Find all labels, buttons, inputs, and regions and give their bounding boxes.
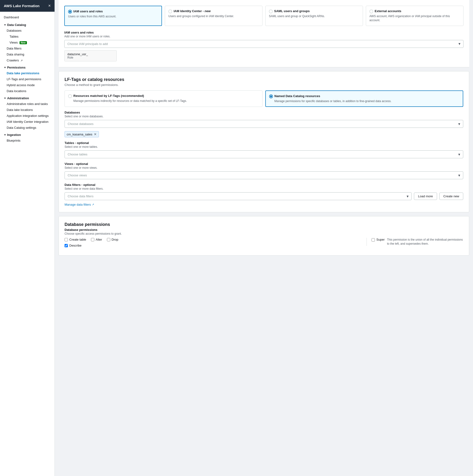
principal-saml-desc: SAML users and group or QuickSight ARNs.: [269, 14, 359, 18]
checkbox-describe-input[interactable]: [65, 244, 68, 247]
checkbox-create-table-input[interactable]: [65, 238, 68, 241]
sidebar-item-views[interactable]: Views New: [0, 39, 55, 46]
databases-sublabel: Select one or more databases.: [65, 115, 463, 118]
principal-iam-users-roles-title: IAM users and roles: [73, 10, 103, 13]
sidebar-item-iam-identity-center[interactable]: IAM Identity Center integration: [0, 119, 55, 125]
sidebar-item-tables[interactable]: Tables: [0, 34, 55, 39]
checkbox-describe-label: Describe: [69, 244, 81, 247]
principal-type-grid: IAM users and roles Users or roles from …: [64, 6, 463, 26]
checkbox-alter[interactable]: Alter: [91, 238, 102, 241]
sidebar-item-blueprints[interactable]: Blueprints: [0, 137, 55, 143]
sidebar-header: AWS Lake Formation ×: [0, 0, 55, 12]
lf-tags-section-subtitle: Choose a method to grant permissions.: [65, 83, 463, 87]
checkbox-drop-input[interactable]: [107, 238, 110, 241]
tables-sublabel: Select one or more tables.: [65, 145, 463, 149]
views-label: Views - optional: [65, 162, 463, 166]
sidebar: AWS Lake Formation × Dashboard ▼ Data Ca…: [0, 0, 55, 476]
checkbox-drop-label: Drop: [112, 238, 118, 241]
data-filters-select[interactable]: Choose data filters: [65, 192, 412, 200]
checkbox-super-input[interactable]: [372, 238, 375, 241]
checkbox-super[interactable]: Super: [372, 238, 385, 241]
lf-option-resources-matched[interactable]: Resources matched by LF-Tags (recommende…: [65, 90, 262, 107]
sidebar-section-permissions[interactable]: ▼ Permissions: [0, 63, 55, 70]
principal-option-external-accounts[interactable]: External accounts AWS account, AWS organ…: [366, 6, 463, 26]
external-link-icon: ↗: [20, 59, 23, 62]
radio-saml[interactable]: [269, 10, 273, 13]
databases-label: Databases: [65, 111, 463, 114]
sidebar-item-data-filters[interactable]: Data filters: [0, 46, 55, 51]
sidebar-item-hybrid-access-mode[interactable]: Hybrid access mode: [0, 82, 55, 88]
principal-saml-title: SAML users and groups: [274, 9, 309, 13]
radio-external-accounts[interactable]: [369, 10, 373, 13]
radio-iam-users-roles[interactable]: [68, 10, 72, 14]
main-content: IAM users and roles Users or roles from …: [55, 0, 473, 476]
databases-select-wrapper: Choose databases ▼: [65, 120, 463, 128]
db-perm-sublabel: Choose specific access permissions to gr…: [65, 232, 463, 235]
lf-tags-card: LF-Tags or catalog resources Choose a me…: [59, 71, 469, 213]
db-perm-label: Database permissions: [65, 228, 463, 232]
principal-external-accounts-title: External accounts: [375, 9, 401, 13]
lf-option-named-data-catalog[interactable]: Named Data Catalog resources Manage perm…: [265, 90, 463, 107]
principal-option-iam-identity-center[interactable]: IAM Identity Center - new Users and grou…: [165, 6, 262, 26]
sidebar-section-administration[interactable]: ▼ Administration: [0, 94, 55, 101]
checkbox-alter-input[interactable]: [91, 238, 94, 241]
databases-tag-chip: cm_kasama_sales ✕: [65, 131, 99, 137]
db-permissions-section: Database permissions Choose specific acc…: [65, 228, 463, 250]
sidebar-item-data-catalog-settings[interactable]: Data Catalog settings: [0, 125, 55, 131]
principal-option-iam-users-roles[interactable]: IAM users and roles Users or roles from …: [64, 6, 162, 26]
checkbox-drop[interactable]: Drop: [107, 238, 118, 241]
principal-external-accounts-desc: AWS account, AWS organization or IAM pri…: [369, 14, 460, 22]
sidebar-close-button[interactable]: ×: [48, 3, 51, 8]
data-filters-select-wrapper: Choose data filters ▼: [65, 192, 412, 200]
manage-data-filters-label: Manage data filters: [65, 203, 91, 206]
sidebar-item-dashboard[interactable]: Dashboard: [0, 14, 55, 21]
data-filters-row: Choose data filters ▼ Load more Create n…: [65, 192, 463, 200]
iam-entry-type: Role: [67, 56, 114, 59]
db-permissions-checkboxes-row: Create table Alter Drop: [65, 238, 364, 241]
checkbox-super-label: Super: [376, 238, 385, 241]
sidebar-item-data-sharing[interactable]: Data sharing: [0, 51, 55, 57]
data-filters-sublabel: Select one or more data filters.: [65, 187, 463, 190]
iam-entry: datazone_usr_ Role: [64, 50, 117, 61]
tables-select-wrapper: Choose tables ▼: [65, 151, 463, 158]
sidebar-item-databases[interactable]: Databases: [0, 28, 55, 34]
principal-option-saml[interactable]: SAML users and groups SAML users and gro…: [265, 6, 363, 26]
tables-label: Tables - optional: [65, 141, 463, 145]
data-filters-label: Data filters - optional: [65, 183, 463, 187]
lf-tags-section-title: LF-Tags or catalog resources: [65, 77, 463, 82]
sidebar-section-ingestion[interactable]: ▼ Ingestion: [0, 131, 55, 137]
sidebar-item-admin-roles-tasks[interactable]: Administrative roles and tasks: [0, 101, 55, 107]
radio-resources-matched[interactable]: [68, 94, 72, 98]
views-select-wrapper: Choose views ▼: [65, 171, 463, 179]
database-permissions-card: Database permissions Database permission…: [59, 216, 469, 255]
checkbox-describe[interactable]: Describe: [65, 244, 81, 247]
principal-type-card: IAM users and roles Users or roles from …: [59, 0, 469, 67]
radio-named-data-catalog[interactable]: [269, 95, 273, 98]
chevron-down-icon: ▼: [4, 97, 6, 100]
sidebar-item-lf-tags-permissions[interactable]: LF-Tags and permissions: [0, 76, 55, 82]
databases-tag-remove[interactable]: ✕: [94, 132, 97, 136]
sidebar-item-app-integration-settings[interactable]: Application integration settings: [0, 113, 55, 119]
databases-tag-label: cm_kasama_sales: [67, 133, 92, 136]
load-more-button[interactable]: Load more: [414, 192, 437, 200]
lf-option-resources-matched-desc: Manage permissions indirectly for resour…: [68, 99, 259, 103]
external-link-icon: ↗: [92, 203, 94, 206]
views-select[interactable]: Choose views: [65, 171, 463, 179]
sidebar-item-data-locations[interactable]: Data locations: [0, 88, 55, 94]
iam-principals-select[interactable]: Choose IAM principals to add: [64, 40, 463, 48]
checkbox-create-table[interactable]: Create table: [65, 238, 86, 241]
sidebar-item-data-lake-locations[interactable]: Data lake locations: [0, 107, 55, 113]
iam-users-roles-sublabel: Add one or more IAM users or roles.: [64, 35, 463, 38]
lf-option-named-data-catalog-title: Named Data Catalog resources: [274, 94, 320, 98]
radio-iam-identity-center[interactable]: [168, 10, 172, 13]
create-new-button[interactable]: Create new: [439, 192, 463, 200]
tables-select[interactable]: Choose tables: [65, 151, 463, 158]
databases-select[interactable]: Choose databases: [65, 120, 463, 128]
manage-data-filters-link[interactable]: Manage data filters ↗: [65, 203, 94, 206]
sidebar-section-data-catalog[interactable]: ▼ Data Catalog: [0, 21, 55, 28]
sidebar-item-data-lake-permissions[interactable]: Data lake permissions: [0, 70, 55, 76]
views-new-badge: New: [19, 41, 27, 44]
database-permissions-section-title: Database permissions: [65, 222, 463, 227]
chevron-down-icon: ▼: [4, 66, 6, 69]
sidebar-item-crawlers[interactable]: Crawlers ↗: [0, 57, 55, 63]
